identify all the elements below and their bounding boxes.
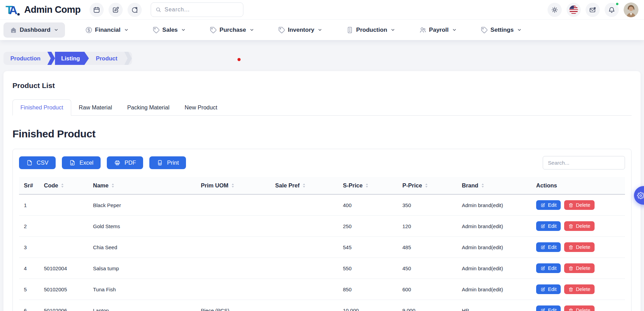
global-search bbox=[151, 2, 243, 17]
cell-sale-pref bbox=[270, 258, 338, 279]
column-header-prim-uom[interactable]: Prim UOM bbox=[196, 177, 270, 194]
cell-brand: Admin brand(edit) bbox=[457, 194, 531, 216]
print-icon bbox=[157, 159, 163, 166]
cell-prim-uom bbox=[196, 258, 270, 279]
nav-item-label: Sales bbox=[162, 27, 178, 33]
nav-item-payroll[interactable]: Payroll bbox=[416, 22, 460, 38]
compose-button[interactable] bbox=[109, 3, 123, 17]
delete-button[interactable]: Delete bbox=[564, 242, 595, 252]
delete-button[interactable]: Delete bbox=[564, 263, 595, 273]
cell-s-price: 400 bbox=[338, 194, 398, 216]
chevron-down-icon bbox=[452, 27, 457, 32]
nav-item-label: Settings bbox=[491, 27, 514, 33]
chevron-down-icon bbox=[249, 27, 254, 32]
breadcrumb-product[interactable]: Product bbox=[89, 52, 124, 65]
nav-item-dashboard[interactable]: Dashboard bbox=[3, 22, 65, 38]
notifications-button[interactable] bbox=[605, 3, 619, 17]
sort-icon bbox=[231, 183, 234, 188]
chevron-down-icon bbox=[317, 27, 323, 32]
file-lines-icon bbox=[69, 159, 76, 166]
tab-label: New Product bbox=[185, 104, 217, 110]
nav-item-label: Production bbox=[356, 27, 387, 33]
edit-pencil-icon bbox=[540, 308, 545, 311]
edit-button[interactable]: Edit bbox=[536, 221, 561, 231]
delete-button[interactable]: Delete bbox=[564, 284, 595, 294]
excel-export-button[interactable]: Excel bbox=[62, 156, 101, 169]
table-toolbar: CSV Excel PDF Print bbox=[19, 156, 625, 169]
column-header-sale-pref[interactable]: Sale Pref bbox=[270, 177, 338, 194]
column-header-code[interactable]: Code bbox=[39, 177, 88, 194]
column-header-name[interactable]: Name bbox=[88, 177, 196, 194]
column-header-p-price[interactable]: P-Price bbox=[398, 177, 457, 194]
export-buttons: CSV Excel PDF Print bbox=[19, 156, 186, 169]
table-search-input[interactable] bbox=[543, 156, 625, 169]
edit-button[interactable]: Edit bbox=[536, 200, 561, 210]
nav-item-label: Inventory bbox=[288, 27, 315, 33]
cell-sale-pref bbox=[270, 279, 338, 300]
cell-sr: 5 bbox=[19, 279, 39, 300]
tag-icon bbox=[278, 26, 286, 34]
global-search-input[interactable] bbox=[165, 7, 239, 13]
users-icon bbox=[419, 26, 427, 34]
column-header-brand[interactable]: Brand bbox=[457, 177, 531, 194]
delete-button[interactable]: Delete bbox=[564, 305, 595, 311]
export-button-label: Print bbox=[167, 159, 179, 166]
table-body: 1 Black Peper 400 350 Admin brand(edit) … bbox=[19, 194, 625, 311]
edit-button[interactable]: Edit bbox=[536, 242, 561, 252]
edit-button[interactable]: Edit bbox=[536, 284, 561, 294]
cell-actions: Edit Delete bbox=[531, 194, 625, 216]
brand[interactable]: T A Admin Comp bbox=[6, 3, 81, 17]
trash-icon bbox=[568, 308, 573, 311]
nav-item-settings[interactable]: Settings bbox=[477, 22, 525, 38]
logo-dot bbox=[17, 13, 20, 16]
table-header-row: Sr# Code Name Prim UOM Sale Pref S-Price… bbox=[19, 177, 625, 194]
printer-icon bbox=[114, 159, 121, 166]
delete-button[interactable]: Delete bbox=[564, 200, 595, 210]
breadcrumb-production[interactable]: Production bbox=[3, 52, 47, 65]
user-avatar[interactable] bbox=[624, 2, 638, 17]
cell-prim-uom bbox=[196, 237, 270, 258]
nav-item-label: Purchase bbox=[220, 27, 246, 33]
calendar-button[interactable] bbox=[90, 3, 104, 17]
calendar-icon bbox=[93, 6, 100, 13]
cell-p-price: 120 bbox=[398, 216, 457, 237]
nav-item-financial[interactable]: Financial bbox=[82, 22, 132, 38]
chevron-down-icon bbox=[124, 27, 129, 32]
tab-new-product[interactable]: New Product bbox=[177, 99, 225, 115]
home-icon bbox=[10, 26, 17, 34]
pdf-export-button[interactable]: PDF bbox=[107, 156, 143, 169]
nav-item-inventory[interactable]: Inventory bbox=[274, 22, 326, 38]
chevron-down-icon bbox=[517, 27, 522, 32]
edit-button[interactable]: Edit bbox=[536, 263, 561, 273]
messages-button[interactable] bbox=[586, 3, 600, 17]
trash-icon bbox=[568, 287, 573, 292]
table-panel: CSV Excel PDF Print Sr# Code bbox=[12, 149, 632, 311]
nav-item-label: Financial bbox=[95, 27, 121, 33]
column-header-s-price[interactable]: S-Price bbox=[338, 177, 398, 194]
tab-label: Raw Material bbox=[79, 104, 112, 110]
export-button-label: CSV bbox=[37, 159, 48, 166]
cell-code: 50102004 bbox=[39, 258, 88, 279]
header-quick-actions bbox=[90, 3, 142, 17]
cursor-dot bbox=[237, 58, 241, 61]
edit-button[interactable]: Edit bbox=[536, 305, 561, 311]
language-button[interactable] bbox=[567, 3, 581, 17]
cell-sale-pref bbox=[270, 237, 338, 258]
tab-finished-product[interactable]: Finished Product bbox=[12, 99, 71, 116]
nav-item-production[interactable]: Production bbox=[343, 22, 399, 38]
print-export-button[interactable]: Print bbox=[149, 156, 186, 169]
cell-brand: Admin brand(edit) bbox=[457, 237, 531, 258]
theme-toggle-button[interactable] bbox=[548, 3, 562, 17]
cell-prim-uom bbox=[196, 194, 270, 216]
breadcrumb-listing[interactable]: Listing bbox=[55, 52, 89, 65]
tab-raw-material[interactable]: Raw Material bbox=[71, 99, 120, 115]
nav-item-purchase[interactable]: Purchase bbox=[206, 22, 258, 38]
delete-button[interactable]: Delete bbox=[564, 221, 595, 231]
sort-icon bbox=[425, 183, 428, 188]
nav-item-sales[interactable]: Sales bbox=[149, 22, 189, 38]
chat-button[interactable] bbox=[128, 3, 142, 17]
column-label: S-Price bbox=[343, 182, 363, 189]
column-label: P-Price bbox=[402, 182, 422, 189]
tab-packing-material[interactable]: Packing Material bbox=[120, 99, 177, 115]
csv-export-button[interactable]: CSV bbox=[19, 156, 56, 169]
